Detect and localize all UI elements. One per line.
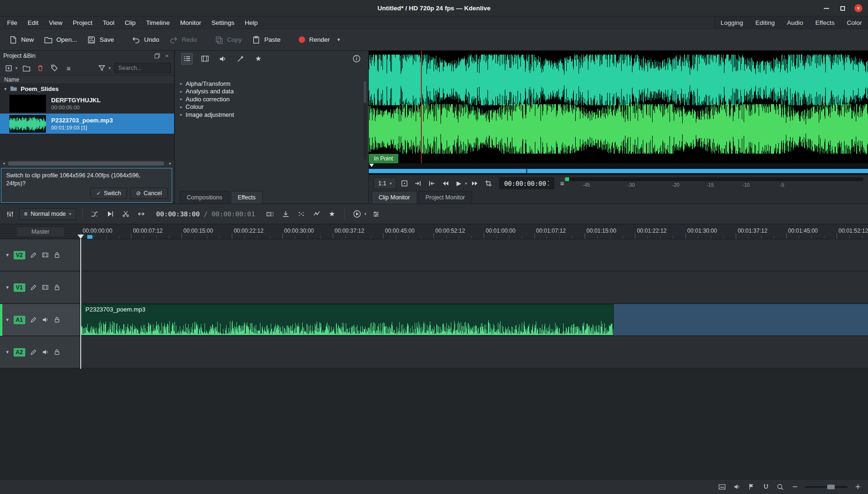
playhead-marker[interactable] [77,235,84,239]
show-thumbnails-icon[interactable] [42,284,49,291]
undo-button[interactable]: Undo [127,32,164,48]
expand-arrow-icon[interactable]: ▸ [180,112,183,117]
mute-track-icon[interactable] [42,316,49,323]
show-thumbnails-icon[interactable] [42,251,49,258]
timecode-spinner[interactable]: ▴▾ [548,179,549,187]
lock-track-icon[interactable] [53,284,61,291]
render-button[interactable]: Render [293,32,335,47]
track-header-v2[interactable]: ▾ V2 [0,239,80,271]
menu-item[interactable]: Tool [98,16,120,29]
monitor-playhead-icon[interactable] [369,164,374,167]
mute-track-icon[interactable] [42,349,49,356]
edit-track-icon[interactable] [30,349,37,356]
paste-button[interactable]: Paste [247,32,286,48]
collapse-chevron-icon[interactable]: ▾ [6,252,9,258]
bin-menu-button[interactable]: ≡ [63,63,74,74]
video-effects-button[interactable] [199,53,211,65]
save-button[interactable]: Save [82,32,119,48]
timeline-ruler[interactable]: 00:00:00:0000:00:07:1200:00:15:0000:00:2… [0,224,868,239]
favorite-effects-button[interactable]: ★ [252,53,264,65]
scroll-right-icon[interactable]: ▸ [168,161,173,166]
menu-item[interactable]: Settings [206,16,240,29]
zoom-in-button[interactable] [853,482,862,492]
render-menu-caret[interactable]: ▾ [335,33,343,46]
close-button[interactable]: × [854,4,862,12]
scroll-left-icon[interactable]: ◂ [1,161,7,166]
track-body-a1[interactable]: P2323703_poem.mp3 [81,304,868,336]
audio-effects-button[interactable] [217,53,228,65]
tab-effects[interactable]: Effects [231,191,263,204]
set-in-point-button[interactable] [412,178,424,189]
track-header-a1[interactable]: ▾ A1 [0,304,80,336]
track-badge[interactable]: A1 [14,316,25,324]
bin-horizontal-scrollbar[interactable]: ◂ ▸ [1,160,173,166]
effect-category[interactable]: ▸ Audio correction [175,95,362,103]
bin-clip-row-selected[interactable]: P2323703_poem.mp3 00:01:19:03 [1] [0,114,174,134]
menu-item[interactable]: View [44,16,68,29]
track-header-v1[interactable]: ▾ V1 [0,272,80,304]
show-markers-button[interactable] [746,482,756,492]
zoom-out-button[interactable] [790,482,799,492]
switch-profile-button[interactable]: ✓ Switch [90,188,127,199]
track-body-v1[interactable] [81,272,868,304]
effect-category[interactable]: ▸ Image adjustment [175,111,362,119]
play-menu-caret[interactable]: ▾ [465,181,467,186]
monitor-timecode[interactable]: 00:00:00:00 ▴▾ [499,177,554,189]
expand-arrow-icon[interactable]: ▸ [180,97,183,101]
insert-zone-button[interactable] [104,208,116,220]
copy-button[interactable]: Copy [210,32,247,48]
close-dock-button[interactable]: × [163,52,171,60]
monitor-display[interactable]: In Point [369,51,868,163]
razor-tool-button[interactable] [120,208,132,220]
new-button[interactable]: New [4,32,39,48]
collapse-chevron-icon[interactable]: ▾ [6,317,9,323]
minimize-button[interactable] [822,4,831,13]
expander-icon[interactable]: ▾ [4,86,7,91]
tag-button[interactable] [49,63,60,74]
timeline-zoom-slider[interactable] [805,483,848,491]
track-header-a2[interactable]: ▾ A2 [0,336,80,368]
bin-clip-row[interactable]: DERFTGYHUJKL 00:00:05:00 [0,93,174,114]
expand-arrow-icon[interactable]: ▸ [180,81,183,86]
play-button[interactable]: ▶ [453,178,464,189]
show-video-thumbnails-button[interactable] [717,482,727,492]
show-description-button[interactable] [350,53,362,65]
tab-clip-monitor[interactable]: Clip Monitor [372,191,417,204]
zoom-fit-button[interactable] [776,482,785,492]
bin-folder-row[interactable]: ▾ Poem_Slides [0,84,174,93]
set-out-point-button[interactable] [426,178,437,189]
effect-category[interactable]: ▸ Analysis and data [175,88,362,96]
edit-track-icon[interactable] [30,284,37,291]
custom-effects-button[interactable] [235,53,246,65]
timeline-position-display[interactable]: 00:00:38:00 / 00:00:00:01 [156,210,255,218]
expand-arrow-icon[interactable]: ▸ [180,105,183,109]
workspace-button[interactable]: Logging [715,16,749,29]
effects-scrollbar[interactable] [363,80,367,160]
track-badge[interactable]: V1 [14,283,25,292]
snap-button[interactable] [761,482,770,492]
overwrite-mode-button[interactable] [280,208,292,220]
monitor-zone-bar[interactable] [369,169,868,173]
auto-transition-button[interactable] [295,208,307,220]
lock-track-icon[interactable] [53,316,61,323]
effect-category[interactable]: ▸ Colour [175,103,362,111]
delete-button[interactable] [35,63,46,74]
menu-item[interactable]: File [2,16,23,29]
add-clip-button[interactable] [3,63,14,74]
lock-track-icon[interactable] [53,349,61,356]
zone-frame-button[interactable] [399,178,410,189]
maximize-button[interactable] [838,4,847,13]
preview-render-button[interactable] [351,208,363,220]
edit-track-icon[interactable] [30,316,37,323]
menu-item[interactable]: Monitor [175,16,206,29]
menu-item[interactable]: Project [68,16,98,29]
menu-item[interactable]: Timeline [141,16,175,29]
tab-compositions[interactable]: Compositions [180,191,229,204]
track-body-a2[interactable] [81,336,868,368]
filter-button[interactable] [96,63,107,74]
collapse-chevron-icon[interactable]: ▾ [6,349,9,355]
float-dock-button[interactable] [153,52,161,60]
cancel-profile-button[interactable]: ⊘ Cancel [130,188,168,199]
scrollbar-handle[interactable] [364,81,366,103]
master-track-button[interactable]: Master [16,227,65,237]
